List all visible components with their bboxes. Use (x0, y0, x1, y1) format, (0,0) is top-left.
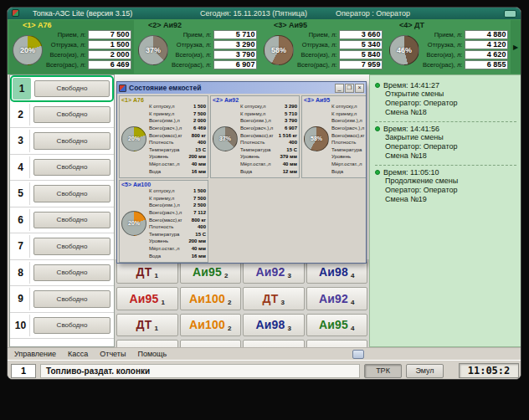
event-separator (375, 165, 516, 166)
field-label: Всего(расч.),л (331, 125, 366, 131)
fuel-label: Аи95 (319, 318, 348, 331)
event-line: Оператор: Оператор (385, 186, 516, 195)
fuel-button[interactable]: Аи983 (243, 314, 305, 337)
pump-row-10[interactable]: 10 Свободно (10, 313, 114, 340)
pump-row-9[interactable]: 9 Свободно (10, 286, 114, 313)
pump-status-button[interactable]: Свободно (33, 290, 110, 308)
menu-upravlenie[interactable]: Управление (14, 350, 56, 358)
pump-row-7[interactable]: 7 Свободно (10, 233, 114, 260)
fuel-button[interactable]: Аи1002 (180, 314, 242, 337)
field-value: 800 кг (192, 218, 206, 223)
field-label: Температура (240, 147, 286, 152)
fuel-row-pump-10: ДТ1 Аи1002 Аи983 Аи954 (115, 312, 369, 339)
fuel-button[interactable]: Аи952 (180, 261, 242, 284)
field-value: 3 290 (285, 104, 297, 109)
fuel-button[interactable]: ДТ3 (243, 287, 305, 310)
field-label: Отгрузка, л: (46, 41, 85, 49)
pump-row-8[interactable]: 8 Свободно (10, 260, 114, 287)
pump-row-6[interactable]: 6 Свободно (10, 207, 114, 234)
fuel-button[interactable]: Аи951 (116, 287, 178, 310)
fuel-label: Аи95 (129, 292, 158, 305)
fuel-button[interactable] (243, 340, 305, 347)
fuel-row-pump-9: Аи951 Аи1002 ДТ3 Аи924 (115, 285, 369, 312)
event-line: Оператор: Оператор (385, 142, 516, 151)
field-label: Отгрузка, л: (297, 41, 336, 49)
titlebar-button[interactable] (504, 10, 516, 18)
field-value: 400 (289, 140, 297, 145)
close-button[interactable]: × (355, 84, 364, 93)
tank-fields: К отпуску,л1 500 К приему,л7 500 Всего(и… (149, 103, 206, 175)
field-label: Температура (149, 147, 195, 152)
strip-scroll-right-button[interactable]: ▶ (511, 20, 521, 74)
pump-status-button[interactable]: Свободно (33, 317, 110, 335)
tank-percent-label: 20% (128, 136, 140, 141)
statusbar-label: Топливо-раздат. колонки (40, 364, 360, 378)
pump-row-1[interactable]: 1 Свободно (10, 75, 114, 102)
tank-level-pie: 20% (13, 35, 43, 65)
fuel-button[interactable]: ДТ1 (116, 314, 178, 337)
menu-kassa[interactable]: Касса (68, 350, 88, 358)
pump-status-button[interactable]: Свободно (33, 264, 110, 282)
field-label: Уровень (240, 154, 280, 159)
pump-status-button[interactable]: Свободно (33, 132, 110, 150)
field-value: 200 мм (188, 154, 206, 159)
field-value: 12 мм (283, 169, 297, 174)
pump-row-5[interactable]: 5 Свободно (10, 181, 114, 207)
menu-pomosch[interactable]: Помощь (137, 350, 167, 358)
tank-summary-panel-4[interactable]: <4> ДТ 46% Прием, л:4 880 Отгрузка, л:4 … (386, 20, 511, 74)
fuel-button[interactable]: Аи1002 (180, 287, 242, 310)
pump-row-2[interactable]: 2 Свободно (10, 102, 114, 129)
statusbar: 1 Топливо-раздат. колонки ТРК Эмул 11:05… (8, 360, 521, 380)
field-value: 800 кг (192, 133, 206, 138)
pump-status-button[interactable]: Свободно (33, 106, 110, 124)
tank-summary-panel-1[interactable]: <1> А76 20% Прием, л:7 500 Отгрузка, л:1… (9, 20, 134, 74)
pump-status-button[interactable]: Свободно (33, 185, 110, 202)
fuel-button[interactable] (306, 340, 368, 347)
field-label: Мёрт.остат.,л (331, 161, 366, 166)
tank-window-titlebar[interactable]: Состояние емкостей _ ❐ × (117, 82, 366, 94)
tank-fields: Прием, л:7 500 Отгрузка, л:1 500 Всего(и… (46, 30, 131, 69)
tank-summary-panel-2[interactable]: <2> Аи92 37% Прием, л:5 710 Отгрузка, л:… (135, 20, 259, 74)
fuel-button[interactable]: ДТ1 (116, 261, 178, 284)
shift-log-panel: Время: 14:41:27 Открытие смены Оператор:… (369, 74, 521, 347)
field-label: Всего(рас), л: (46, 61, 85, 69)
pump-status-button[interactable]: Свободно (33, 238, 110, 255)
field-value: 3 790 (213, 50, 257, 59)
fuel-button[interactable]: Аи984 (306, 261, 368, 284)
menu-otchety[interactable]: Отчеты (100, 350, 126, 358)
tank-percent-label: 37% (219, 136, 231, 141)
maximize-button[interactable]: ❐ (345, 84, 354, 93)
pump-row-3[interactable]: 3 Свободно (10, 128, 114, 155)
pump-number: 2 (12, 104, 30, 126)
event-dot-icon (375, 83, 380, 88)
field-value: 40 мм (192, 246, 206, 251)
tank-percent-label: 58% (271, 46, 286, 54)
field-label: Плотность (331, 140, 366, 145)
field-value: 6 907 (213, 60, 257, 69)
fuel-button[interactable]: Аи923 (243, 261, 305, 284)
keyboard-icon[interactable] (352, 350, 364, 359)
field-label: Прием, л: (172, 31, 211, 38)
tank-detail-panel-5: <5> Аи100 20% К отпуску,л1 500 К приему,… (119, 180, 208, 263)
fuel-button[interactable]: Аи924 (306, 287, 368, 310)
fuel-button[interactable] (180, 340, 242, 347)
pump-status-button[interactable]: Свободно (33, 159, 110, 177)
fuel-button[interactable] (116, 340, 178, 347)
emul-button[interactable]: Эмул (406, 364, 444, 378)
titlebar: Топка-АЗС Lite (версия 3.15) Сегодня: 15… (8, 8, 521, 19)
fuel-button[interactable]: Аи954 (306, 314, 368, 337)
pump-status-button[interactable]: Свободно (33, 212, 110, 229)
field-value: 7 500 (193, 111, 206, 116)
tank-summary-panel-3[interactable]: <3> Аи95 58% Прием, л:3 660 Отгрузка, л:… (260, 20, 385, 74)
pump-row-4[interactable]: 4 Свободно (10, 155, 114, 182)
fuel-label: ДТ (263, 292, 279, 305)
pump-list: 1 Свободно 2 Свободно 3 Свободно 4 Свобо… (9, 74, 115, 347)
fuel-label: Аи92 (255, 265, 285, 279)
field-label: Прием, л: (423, 31, 462, 38)
field-value: 2 500 (193, 202, 206, 207)
minimize-button[interactable]: _ (335, 84, 344, 93)
field-value: 1 516 кг (279, 133, 297, 138)
pump-status-button[interactable]: Свободно (34, 80, 110, 97)
event-time: Время: 11:05:10 (383, 168, 439, 177)
trk-button[interactable]: ТРК (364, 364, 402, 378)
